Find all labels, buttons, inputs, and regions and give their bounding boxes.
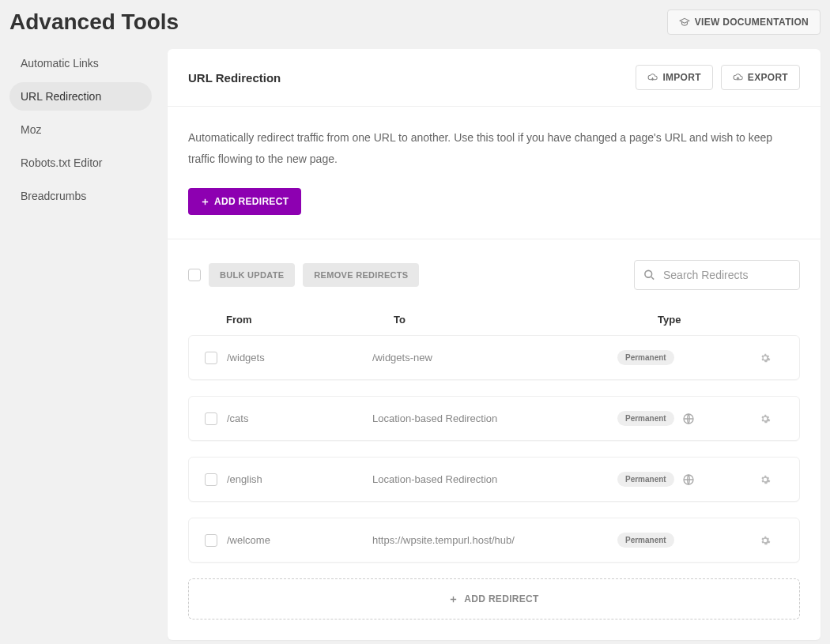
panel-description: Automatically redirect traffic from one … (188, 127, 800, 169)
column-headers: From To Type (188, 309, 800, 335)
sidebar-item-robots-txt-editor[interactable]: Robots.txt Editor (9, 149, 152, 177)
row-checkbox[interactable] (205, 534, 217, 547)
panel-title: URL Redirection (188, 71, 281, 85)
redirect-from: /welcome (227, 534, 270, 546)
row-settings-button[interactable] (760, 413, 783, 424)
sidebar-item-url-redirection[interactable]: URL Redirection (9, 82, 152, 111)
row-checkbox[interactable] (205, 412, 217, 425)
view-documentation-button[interactable]: VIEW DOCUMENTATION (667, 9, 821, 35)
row-settings-button[interactable] (760, 352, 783, 363)
cloud-download-icon (647, 73, 658, 83)
sidebar: Automatic Links URL Redirection Moz Robo… (9, 49, 152, 640)
redirect-row[interactable]: /welcome https://wpsite.tempurl.host/hub… (188, 518, 800, 563)
academic-cap-icon (679, 17, 690, 28)
sidebar-item-breadcrumbs[interactable]: Breadcrumbs (9, 182, 152, 210)
plus-icon (201, 198, 209, 206)
redirect-to: /widgets-new (372, 352, 617, 363)
export-button[interactable]: EXPORT (721, 65, 800, 90)
cloud-upload-icon (733, 73, 743, 83)
remove-redirects-button[interactable]: REMOVE REDIRECTS (303, 263, 419, 287)
redirect-row[interactable]: /english Location-based Redirection Perm… (188, 457, 800, 502)
type-badge: Permanent (617, 533, 674, 548)
type-badge: Permanent (617, 411, 674, 426)
redirect-from: /widgets (227, 352, 265, 363)
row-settings-button[interactable] (760, 474, 783, 485)
redirect-to: Location-based Redirection (372, 473, 617, 485)
add-redirect-row-button[interactable]: ADD REDIRECT (188, 578, 800, 620)
page-title: Advanced Tools (9, 9, 179, 35)
redirect-row[interactable]: /cats Location-based Redirection Permane… (188, 396, 800, 441)
import-button[interactable]: IMPORT (636, 65, 712, 90)
sidebar-item-automatic-links[interactable]: Automatic Links (9, 49, 152, 77)
svg-point-0 (645, 271, 652, 278)
sidebar-item-moz[interactable]: Moz (9, 115, 152, 144)
plus-icon (449, 595, 458, 604)
search-icon (643, 269, 655, 281)
column-to: To (394, 314, 658, 326)
row-checkbox[interactable] (205, 473, 217, 486)
select-all-checkbox[interactable] (188, 269, 201, 281)
type-badge: Permanent (617, 350, 674, 365)
globe-icon (682, 473, 695, 486)
search-input[interactable] (634, 260, 800, 290)
row-settings-button[interactable] (760, 535, 783, 546)
redirect-row[interactable]: /widgets /widgets-new Permanent (188, 335, 800, 380)
add-redirect-button[interactable]: ADD REDIRECT (188, 188, 301, 215)
redirect-from: /english (227, 473, 262, 485)
row-checkbox[interactable] (205, 352, 217, 364)
column-type: Type (658, 314, 800, 326)
column-from: From (226, 314, 394, 326)
bulk-update-button[interactable]: BULK UPDATE (209, 263, 295, 287)
globe-icon (682, 412, 695, 425)
redirect-to: https://wpsite.tempurl.host/hub/ (372, 534, 617, 546)
type-badge: Permanent (617, 472, 674, 487)
redirect-to: Location-based Redirection (372, 412, 617, 424)
redirect-from: /cats (227, 412, 248, 424)
